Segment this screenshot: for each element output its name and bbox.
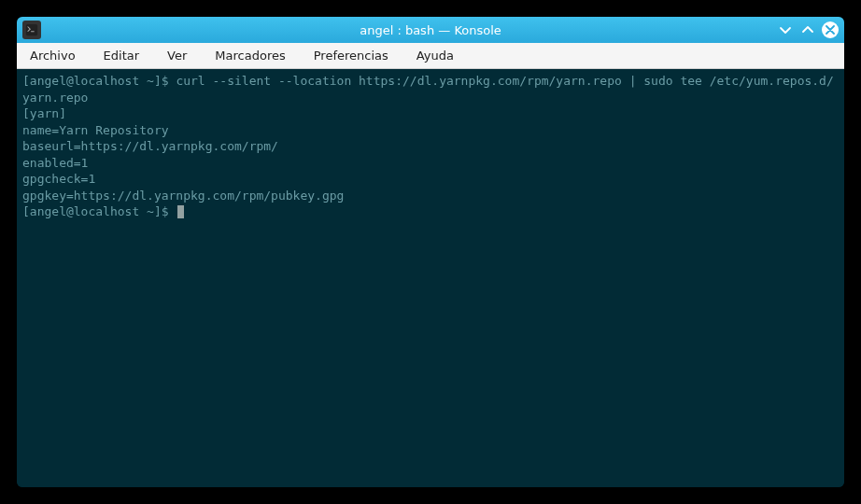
output-line: enabled=1 bbox=[22, 156, 88, 170]
window-controls bbox=[777, 21, 844, 38]
close-button[interactable] bbox=[822, 21, 839, 38]
window-title: angel : bash — Konsole bbox=[360, 23, 501, 37]
menu-archivo[interactable]: Archivo bbox=[24, 45, 81, 66]
menu-ver[interactable]: Ver bbox=[162, 45, 192, 66]
output-line: gpgkey=https://dl.yarnpkg.com/rpm/pubkey… bbox=[22, 189, 344, 203]
minimize-button[interactable] bbox=[777, 21, 794, 38]
shell-prompt: [angel@localhost ~]$ bbox=[22, 74, 176, 88]
shell-prompt: [angel@localhost ~]$ bbox=[22, 204, 176, 218]
menu-preferencias[interactable]: Preferencias bbox=[308, 45, 394, 66]
svg-rect-0 bbox=[26, 24, 37, 35]
output-line: baseurl=https://dl.yarnpkg.com/rpm/ bbox=[22, 139, 278, 153]
konsole-window: angel : bash — Konsole Archivo Editar Ve… bbox=[17, 17, 844, 487]
konsole-icon bbox=[22, 21, 41, 39]
output-line: [yarn] bbox=[22, 106, 66, 120]
maximize-button[interactable] bbox=[799, 21, 816, 38]
menu-editar[interactable]: Editar bbox=[98, 45, 146, 66]
menubar: Archivo Editar Ver Marcadores Preferenci… bbox=[17, 43, 844, 69]
menu-marcadores[interactable]: Marcadores bbox=[209, 45, 290, 66]
output-line: name=Yarn Repository bbox=[22, 123, 169, 137]
terminal-output[interactable]: [angel@localhost ~]$ curl --silent --loc… bbox=[17, 69, 844, 487]
output-line: gpgcheck=1 bbox=[22, 172, 95, 186]
menu-ayuda[interactable]: Ayuda bbox=[411, 45, 459, 66]
titlebar[interactable]: angel : bash — Konsole bbox=[17, 17, 844, 43]
terminal-cursor bbox=[177, 205, 184, 218]
